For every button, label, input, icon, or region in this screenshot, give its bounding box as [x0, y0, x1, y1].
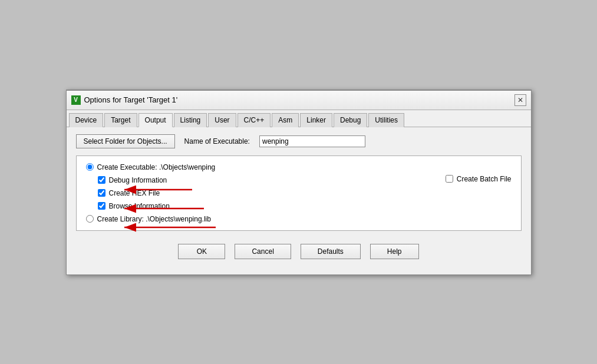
create-batch-checkbox[interactable]: [446, 175, 453, 183]
browse-info-checkbox[interactable]: [98, 202, 105, 210]
tab-debug[interactable]: Debug: [334, 113, 367, 127]
close-button[interactable]: ✕: [514, 94, 526, 106]
options-right: Create Batch File: [446, 163, 512, 183]
create-executable-row: Create Executable: .\Objects\wenping: [86, 163, 446, 171]
ok-button[interactable]: OK: [178, 244, 225, 259]
browse-arrow: [121, 221, 216, 233]
bottom-bar: OK Cancel Defaults Help: [76, 238, 522, 267]
tab-asm[interactable]: Asm: [272, 113, 299, 127]
select-folder-button[interactable]: Select Folder for Objects...: [76, 134, 175, 148]
title-bar: V Options for Target 'Target 1' ✕: [67, 91, 531, 110]
tab-listing[interactable]: Listing: [174, 113, 207, 127]
create-hex-label: Create HEX File: [109, 189, 160, 197]
debug-info-row: Debug Information: [98, 176, 446, 184]
create-library-label: Create Library: .\Objects\wenping.lib: [97, 215, 211, 223]
create-library-radio[interactable]: [86, 215, 94, 223]
create-batch-row: Create Batch File: [446, 175, 512, 183]
app-icon: V: [71, 95, 81, 105]
executable-input[interactable]: [259, 135, 365, 147]
options-left: Create Executable: .\Objects\wenping Deb…: [86, 163, 446, 223]
title-bar-left: V Options for Target 'Target 1': [71, 95, 178, 105]
executable-label: Name of Executable:: [184, 137, 250, 145]
options-top: Create Executable: .\Objects\wenping Deb…: [86, 163, 512, 223]
tab-bar: Device Target Output Listing User C/C++ …: [67, 110, 531, 127]
options-inner: Create Executable: .\Objects\wenping Deb…: [86, 163, 512, 223]
tab-user[interactable]: User: [208, 113, 236, 127]
options-box: Create Executable: .\Objects\wenping Deb…: [76, 155, 522, 231]
create-hex-row: Create HEX File: [98, 189, 446, 197]
tab-linker[interactable]: Linker: [300, 113, 332, 127]
create-library-row: Create Library: .\Objects\wenping.lib: [86, 215, 446, 223]
tab-output[interactable]: Output: [138, 113, 173, 127]
tab-cpp[interactable]: C/C++: [238, 113, 271, 127]
create-batch-label: Create Batch File: [457, 175, 512, 183]
top-row: Select Folder for Objects... Name of Exe…: [76, 134, 522, 148]
debug-info-label: Debug Information: [109, 176, 167, 184]
tab-target[interactable]: Target: [104, 113, 137, 127]
tab-device[interactable]: Device: [69, 113, 104, 127]
dialog-window: V Options for Target 'Target 1' ✕ Device…: [66, 90, 532, 275]
window-title: Options for Target 'Target 1': [84, 95, 178, 104]
create-executable-radio[interactable]: [86, 163, 94, 171]
browse-info-label: Browse Information: [109, 202, 170, 210]
defaults-button[interactable]: Defaults: [301, 244, 361, 259]
create-hex-checkbox[interactable]: [98, 189, 105, 197]
content-area: Select Folder for Objects... Name of Exe…: [67, 127, 531, 274]
help-button[interactable]: Help: [370, 244, 419, 259]
create-executable-label: Create Executable: .\Objects\wenping: [97, 163, 216, 171]
browse-info-row: Browse Information: [98, 202, 446, 210]
tab-utilities[interactable]: Utilities: [368, 113, 404, 127]
cancel-button[interactable]: Cancel: [235, 244, 291, 259]
debug-info-checkbox[interactable]: [98, 176, 105, 184]
